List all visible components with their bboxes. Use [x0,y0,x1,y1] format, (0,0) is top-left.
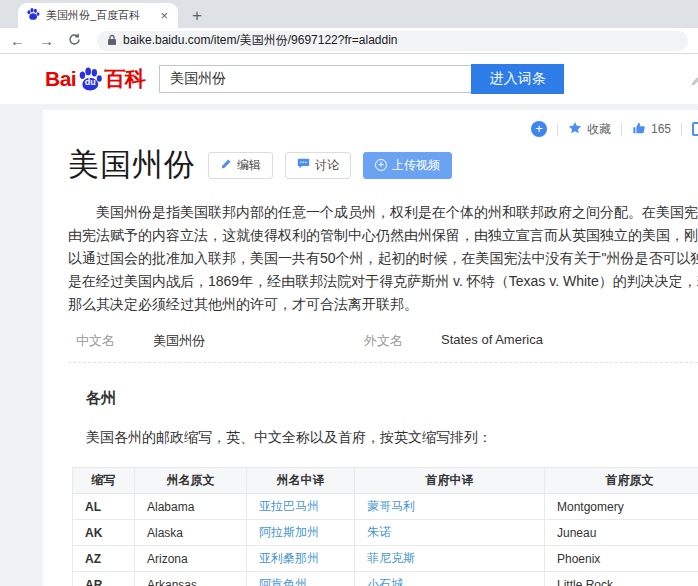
like-count: 165 [651,122,671,136]
tab-title: 美国州份_百度百科 [46,8,158,23]
paragraph-line: 是在经过美国内战后，1869年，经由联邦法院对于得克萨斯州 v. 怀特（Texa… [68,270,698,293]
cell-capital-en: Montgomery [545,494,698,520]
cell-abbr: AZ [73,546,135,572]
article-meta-row: + 收藏 165 [68,116,698,142]
forward-icon[interactable]: → [39,33,54,48]
cell-state-zh-link[interactable]: 阿肯色州 [259,577,307,586]
cell-state-zh: 阿肯色州 [247,572,355,586]
cell-state-zh: 阿拉斯加州 [247,520,355,546]
cell-abbr: AL [73,494,135,520]
table-header-row: 缩写州名原文州名中译首府中译首府原文 [73,468,698,494]
cell-capital-zh: 朱诺 [355,520,545,546]
info-value: States of America [441,332,543,350]
logo-text-baike: 百科 [104,65,145,93]
baike-logo[interactable]: Bai du 百科 [45,65,145,93]
baidu-paw-icon: du [77,66,103,92]
title-row: 美国州份 编辑 讨论 + 上传视频 [68,144,698,186]
add-icon[interactable]: + [531,121,547,137]
cell-state-zh-link[interactable]: 阿拉斯加州 [259,525,319,539]
thumb-up-icon [632,121,646,138]
paragraph-line: 美国州份是指美国联邦内部的任意一个成员州，权利是在个体的州和联邦政府之间分配。在… [68,201,698,224]
cell-capital-zh-link[interactable]: 小石城 [367,577,403,586]
page-background: + 收藏 165 美国州份 [0,104,698,586]
page-title: 美国州份 [68,144,196,186]
table-header-cell: 州名中译 [247,468,355,494]
address-bar[interactable]: baike.baidu.com/item/美国州份/9697122?fr=ala… [97,31,688,51]
cell-state-zh-link[interactable]: 亚拉巴马州 [259,499,319,513]
cell-state-en: Alaska [135,520,247,546]
pencil-icon [220,158,232,173]
star-icon [568,121,582,138]
basic-infobox: 中文名 美国州份 外文名 States of America [68,325,698,363]
tab-close-icon[interactable]: × [158,8,170,23]
table-header-cell: 州名原文 [135,468,247,494]
cell-capital-en: Juneau [545,520,698,546]
table-row: ARArkansas阿肯色州小石城Little Rock [73,572,698,586]
cell-abbr: AR [73,572,135,586]
cell-capital-zh-link[interactable]: 菲尼克斯 [367,551,415,565]
cell-capital-zh: 菲尼克斯 [355,546,545,572]
cell-state-zh-link[interactable]: 亚利桑那州 [259,551,319,565]
edit-button[interactable]: 编辑 [208,152,273,179]
table-row: AKAlaska阿拉斯加州朱诺Juneau [73,520,698,546]
plus-circle-icon: + [375,159,387,171]
table-header-cell: 首府原文 [545,468,698,494]
like-button[interactable]: 165 [632,121,671,138]
url-text: baike.baidu.com/item/美国州份/9697122?fr=ala… [123,32,398,49]
cell-capital-zh: 小石城 [355,572,545,586]
cell-state-en: Arizona [135,546,247,572]
section-heading-states: 各州 [86,389,698,408]
cell-abbr: AK [73,520,135,546]
logo-text-bai: Bai [45,67,76,91]
info-label: 中文名 [76,332,153,350]
info-value: 美国州份 [153,332,205,350]
table-row: ALAlabama亚拉巴马州蒙哥马利Montgomery [73,494,698,520]
table-header-cell: 缩写 [73,468,135,494]
table-row: AZArizona亚利桑那州菲尼克斯Phoenix [73,546,698,572]
paragraph-line: 那么其决定必须经过其他州的许可，才可合法离开联邦。 [68,293,698,316]
table-header-cell: 首府中译 [355,468,545,494]
browser-tab[interactable]: 美国州份_百度百科 × [18,3,178,28]
share-icon[interactable] [692,122,698,136]
lock-icon [107,32,117,50]
baike-header: Bai du 百科 进入词条 [0,54,698,104]
paragraph-line: 以通过国会的批准加入联邦，美国一共有50个州，起初的时候，在美国宪法中没有关于"… [68,247,698,270]
favorite-label: 收藏 [587,121,611,138]
cell-capital-en: Phoenix [545,546,698,572]
states-table: 缩写州名原文州名中译首府中译首府原文 ALAlabama亚拉巴马州蒙哥马利Mon… [72,467,698,586]
cell-capital-zh-link[interactable]: 朱诺 [367,525,391,539]
refresh-icon[interactable] [68,33,81,48]
info-item-foreign-name: 外文名 States of America [364,332,652,350]
edit-label: 编辑 [237,157,261,174]
upload-label: 上传视频 [392,157,440,174]
chat-bubble-icon [297,157,310,173]
search-input[interactable] [159,65,471,93]
cell-state-zh: 亚拉巴马州 [247,494,355,520]
discuss-label: 讨论 [315,157,339,174]
baidu-favicon-icon [26,7,40,25]
section-intro: 美国各州的邮政缩写，英、中文全称以及首府，按英文缩写排列： [86,429,698,447]
cell-state-zh: 亚利桑那州 [247,546,355,572]
info-item-chinese-name: 中文名 美国州份 [76,332,364,350]
logo-text-du: du [77,77,103,87]
edge-pencil-icon[interactable] [689,70,698,92]
cell-capital-zh-link[interactable]: 蒙哥马利 [367,499,415,513]
article-content: + 收藏 165 美国州份 [43,110,698,586]
info-label: 外文名 [364,332,441,350]
cell-capital-zh: 蒙哥马利 [355,494,545,520]
summary-paragraph: 美国州份是指美国联邦内部的任意一个成员州，权利是在个体的州和联邦政府之间分配。在… [68,201,698,316]
browser-toolbar: ← → baike.baidu.com/item/美国州份/9697122?fr… [0,28,698,54]
new-tab-button[interactable]: + [192,7,202,24]
tab-strip: 美国州份_百度百科 × + [0,0,698,28]
browser-chrome: 美国州份_百度百科 × + ← → baike.baidu.com/item/美… [0,0,698,54]
cell-state-en: Alabama [135,494,247,520]
cell-capital-en: Little Rock [545,572,698,586]
cell-state-en: Arkansas [135,572,247,586]
discuss-button[interactable]: 讨论 [285,152,351,179]
upload-video-button[interactable]: + 上传视频 [363,152,452,179]
back-icon[interactable]: ← [10,33,25,48]
favorite-button[interactable]: 收藏 [568,121,611,138]
paragraph-line: 由宪法赋予的内容立法，这就使得权利的管制中心仍然由州保留，由独立宣言而从英国独立… [68,224,698,247]
enter-entry-button[interactable]: 进入词条 [471,64,564,94]
